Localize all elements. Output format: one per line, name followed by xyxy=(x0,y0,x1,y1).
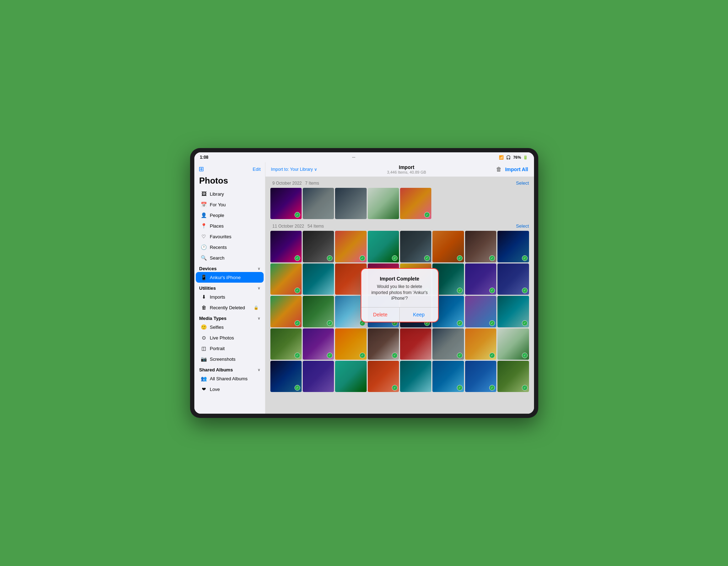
devices-section-header[interactable]: Devices ∨ xyxy=(194,263,265,272)
sidebar-item-recently-deleted-label: Recently Deleted xyxy=(210,305,245,310)
live-photos-icon: ⊙ xyxy=(201,335,207,341)
content-area: Import to: Your Library ∨ Import 3,446 I… xyxy=(265,162,534,414)
sidebar-item-all-shared-albums-label: All Shared Albums xyxy=(210,376,248,381)
utilities-section-header[interactable]: Utilities ∨ xyxy=(194,283,265,292)
iphone-icon: 📱 xyxy=(201,274,207,280)
utilities-chevron-icon: ∨ xyxy=(258,286,260,290)
import-all-button[interactable]: Import All xyxy=(505,167,528,172)
sidebar-item-portrait-label: Portrait xyxy=(210,346,225,351)
sidebar-edit-button[interactable]: Edit xyxy=(253,167,260,172)
sidebar-item-people[interactable]: 👤 People xyxy=(196,210,264,221)
sidebar-item-imports-label: Imports xyxy=(210,294,225,300)
for-you-icon: 📅 xyxy=(201,202,207,207)
import-to-label: Import to: xyxy=(271,167,289,172)
trash-button[interactable]: 🗑 xyxy=(496,166,502,173)
header-subtitle: 3,446 Items, 40.89 GB xyxy=(387,170,426,174)
portrait-icon: ◫ xyxy=(201,345,207,351)
sidebar: ⊞ Edit Photos 🖼 Library 📅 For You 👤 Peop… xyxy=(194,162,265,414)
sidebar-item-places-label: Places xyxy=(210,223,224,229)
media-types-section-header[interactable]: Media Types ∨ xyxy=(194,313,265,322)
battery-icon: 🔋 xyxy=(523,155,528,160)
import-to: Import to: Your Library ∨ xyxy=(271,167,317,172)
sidebar-item-live-photos[interactable]: ⊙ Live Photos xyxy=(196,332,264,343)
media-types-section-label: Media Types xyxy=(199,316,227,321)
sidebar-item-screenshots[interactable]: 📷 Screenshots xyxy=(196,354,264,364)
sidebar-item-screenshots-label: Screenshots xyxy=(210,357,236,362)
battery-level: 76% xyxy=(513,155,521,159)
library-icon: 🖼 xyxy=(201,191,207,197)
recents-icon: 🕐 xyxy=(201,244,207,250)
sidebar-item-people-label: People xyxy=(210,213,224,218)
sidebar-item-imports[interactable]: ⬇ Imports xyxy=(196,292,264,302)
dialog-overlay: Import Complete Would you like to delete… xyxy=(265,177,534,414)
status-dots: ··· xyxy=(352,155,355,159)
sidebar-item-recents-label: Recents xyxy=(210,245,227,250)
sidebar-item-search[interactable]: 🔍 Search xyxy=(196,252,264,263)
sidebar-item-search-label: Search xyxy=(210,255,225,261)
lock-icon: 🔒 xyxy=(254,305,259,310)
sidebar-item-recently-deleted[interactable]: 🗑 Recently Deleted 🔒 xyxy=(196,302,264,313)
sidebar-item-selfies[interactable]: 🙂 Selfies xyxy=(196,322,264,332)
dialog-actions: Delete Keep xyxy=(361,307,438,322)
devices-chevron-icon: ∨ xyxy=(258,267,260,271)
shared-albums-section-label: Shared Albums xyxy=(199,367,233,372)
shared-albums-chevron-icon: ∨ xyxy=(258,368,260,372)
wifi-icon: 📶 xyxy=(499,155,504,160)
sidebar-item-places[interactable]: 📍 Places xyxy=(196,221,264,231)
status-time: 1:08 xyxy=(200,155,209,160)
imports-icon: ⬇ xyxy=(201,294,207,300)
favourites-icon: ♡ xyxy=(201,234,207,239)
sidebar-item-library[interactable]: 🖼 Library xyxy=(196,189,264,199)
sidebar-title: Photos xyxy=(194,174,265,189)
content-scroll[interactable]: 9 October 2022 7 Items Select ✓ ✓ xyxy=(265,177,534,414)
screenshots-icon: 📷 xyxy=(201,356,207,362)
people-icon: 👤 xyxy=(201,212,207,218)
sidebar-item-favourites[interactable]: ♡ Favourites xyxy=(196,231,264,242)
status-bar: 1:08 ··· 📶 🎧 76% 🔋 xyxy=(194,152,534,162)
ipad-frame: 1:08 ··· 📶 🎧 76% 🔋 ⊞ Edit Photos 🖼 xyxy=(190,148,538,418)
search-icon: 🔍 xyxy=(201,255,207,261)
header-actions: 🗑 Import All xyxy=(496,166,528,173)
love-icon: ❤ xyxy=(201,386,207,392)
dialog-keep-button[interactable]: Keep xyxy=(399,308,438,322)
sidebar-item-ankurs-iphone-label: Ankur's iPhone xyxy=(210,275,241,280)
content-header: Import to: Your Library ∨ Import 3,446 I… xyxy=(265,162,534,177)
media-types-chevron-icon: ∨ xyxy=(258,316,260,320)
sidebar-item-selfies-label: Selfies xyxy=(210,325,224,330)
shared-albums-section-header[interactable]: Shared Albums ∨ xyxy=(194,364,265,373)
dialog-delete-button[interactable]: Delete xyxy=(361,308,400,322)
sidebar-header: ⊞ Edit xyxy=(194,162,265,174)
sidebar-item-love[interactable]: ❤ Love xyxy=(196,384,264,394)
places-icon: 📍 xyxy=(201,223,207,229)
header-title: Import xyxy=(387,164,426,170)
sidebar-item-all-shared-albums[interactable]: 👥 All Shared Albums xyxy=(196,373,264,384)
sidebar-item-favourites-label: Favourites xyxy=(210,234,232,239)
sidebar-toggle-button[interactable]: ⊞ xyxy=(199,165,204,173)
devices-section-label: Devices xyxy=(199,266,217,271)
utilities-section-label: Utilities xyxy=(199,285,216,291)
import-complete-dialog: Import Complete Would you like to delete… xyxy=(361,268,439,322)
recently-deleted-icon: 🗑 xyxy=(201,305,207,310)
header-title-group: Import 3,446 Items, 40.89 GB xyxy=(387,164,426,174)
all-shared-albums-icon: 👥 xyxy=(201,376,207,381)
sidebar-item-for-you[interactable]: 📅 For You xyxy=(196,199,264,210)
status-right: 📶 🎧 76% 🔋 xyxy=(499,155,528,160)
sidebar-item-ankurs-iphone[interactable]: 📱 Ankur's iPhone xyxy=(196,272,264,283)
ipad-screen: 1:08 ··· 📶 🎧 76% 🔋 ⊞ Edit Photos 🖼 xyxy=(194,152,534,414)
sidebar-item-library-label: Library xyxy=(210,191,224,197)
headphones-icon: 🎧 xyxy=(506,155,511,160)
app-container: ⊞ Edit Photos 🖼 Library 📅 For You 👤 Peop… xyxy=(194,162,534,414)
dialog-title: Import Complete xyxy=(370,276,430,282)
sidebar-item-love-label: Love xyxy=(210,387,220,392)
sidebar-item-portrait[interactable]: ◫ Portrait xyxy=(196,343,264,354)
selfies-icon: 🙂 xyxy=(201,324,207,330)
sidebar-item-for-you-label: For You xyxy=(210,202,226,207)
dropdown-icon: ∨ xyxy=(314,167,317,172)
sidebar-item-recents[interactable]: 🕐 Recents xyxy=(196,242,264,252)
dialog-message: Would you like to delete imported photos… xyxy=(370,284,430,301)
library-link[interactable]: Your Library ∨ xyxy=(290,167,317,172)
sidebar-item-live-photos-label: Live Photos xyxy=(210,335,234,341)
